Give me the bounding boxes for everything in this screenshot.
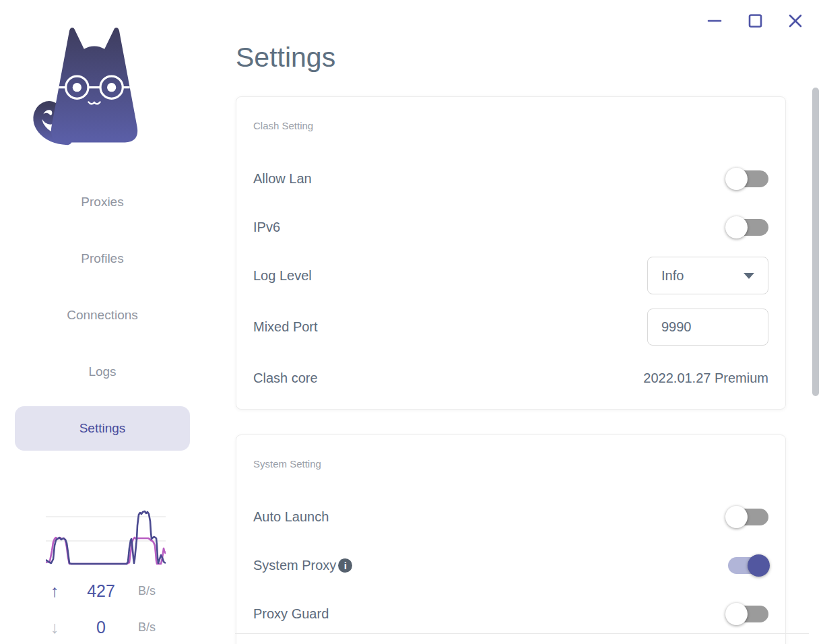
sidebar-item-logs[interactable]: Logs (15, 350, 190, 394)
ipv6-toggle[interactable] (728, 219, 768, 236)
close-icon (787, 13, 803, 29)
system-proxy-label-group: System Proxy (253, 558, 352, 573)
clash-cat-logo-icon (30, 18, 158, 150)
scrollbar-thumb[interactable] (812, 88, 819, 396)
ipv6-row: IPv6 (253, 203, 768, 251)
arrow-up-icon: ↑ (37, 581, 72, 601)
close-button[interactable] (787, 13, 803, 29)
minimize-icon (706, 13, 723, 29)
auto-launch-row: Auto Launch (253, 492, 768, 541)
auto-launch-toggle[interactable] (728, 509, 768, 525)
setting-label: IPv6 (253, 220, 280, 235)
setting-label: Auto Launch (253, 509, 329, 525)
traffic-graph (46, 505, 166, 566)
sidebar-item-proxies[interactable]: Proxies (15, 180, 190, 224)
setting-label: Proxy Guard (253, 606, 329, 622)
clash-setting-card: Clash Setting Allow Lan IPv6 Log Level I… (236, 96, 786, 410)
proxy-guard-row: Proxy Guard (253, 589, 768, 638)
log-level-selected-value: Info (661, 268, 684, 284)
download-speed-value: 0 (72, 618, 130, 637)
allow-lan-toggle[interactable] (728, 170, 768, 187)
system-setting-card: System Setting Auto Launch System Proxy … (236, 434, 786, 644)
clash-core-value: 2022.01.27 Premium (643, 371, 768, 386)
log-level-select[interactable]: Info (647, 257, 768, 294)
mixed-port-row: Mixed Port (253, 302, 768, 351)
traffic-widget: ↑ 427 B/s ↓ 0 B/s (37, 505, 168, 639)
setting-label: System Proxy (253, 558, 336, 573)
page-title: Settings (236, 42, 335, 73)
arrow-down-icon: ↓ (37, 618, 72, 637)
download-speed-row: ↓ 0 B/s (37, 616, 168, 639)
minimize-button[interactable] (706, 13, 723, 29)
toggle-knob (748, 554, 770, 577)
maximize-icon (747, 13, 763, 29)
toggle-knob (725, 506, 748, 528)
window-controls (706, 13, 812, 29)
upload-speed-row: ↑ 427 B/s (37, 579, 168, 602)
upload-speed-value: 427 (72, 581, 130, 601)
chevron-down-icon (744, 273, 754, 279)
sidebar-item-connections[interactable]: Connections (15, 293, 190, 337)
sidebar-item-settings[interactable]: Settings (15, 406, 190, 451)
toggle-knob (725, 216, 748, 238)
download-speed-unit: B/s (130, 620, 164, 635)
log-level-row: Log Level Info (253, 251, 768, 300)
sidebar-item-profiles[interactable]: Profiles (15, 236, 190, 281)
allow-lan-row: Allow Lan (253, 154, 768, 203)
toggle-knob (725, 603, 748, 625)
upload-speed-unit: B/s (130, 584, 164, 598)
mixed-port-input[interactable] (647, 309, 768, 346)
setting-label: Allow Lan (253, 171, 312, 187)
setting-label: Mixed Port (253, 319, 318, 335)
card-caption: Clash Setting (253, 120, 313, 131)
proxy-guard-toggle[interactable] (728, 606, 768, 622)
content-bottom-divider (235, 633, 809, 634)
card-caption: System Setting (253, 458, 321, 470)
clash-core-row: Clash core 2022.01.27 Premium (253, 354, 768, 402)
setting-label: Clash core (253, 371, 318, 386)
sidebar-nav: Proxies Profiles Connections Logs Settin… (15, 180, 190, 451)
info-icon[interactable] (338, 558, 352, 573)
system-proxy-toggle[interactable] (728, 557, 768, 574)
toggle-knob (725, 168, 748, 190)
system-proxy-row: System Proxy (253, 541, 768, 589)
setting-label: Log Level (253, 268, 312, 284)
download-line (46, 538, 166, 564)
sidebar: Proxies Profiles Connections Logs Settin… (0, 0, 202, 644)
maximize-button[interactable] (747, 13, 763, 29)
